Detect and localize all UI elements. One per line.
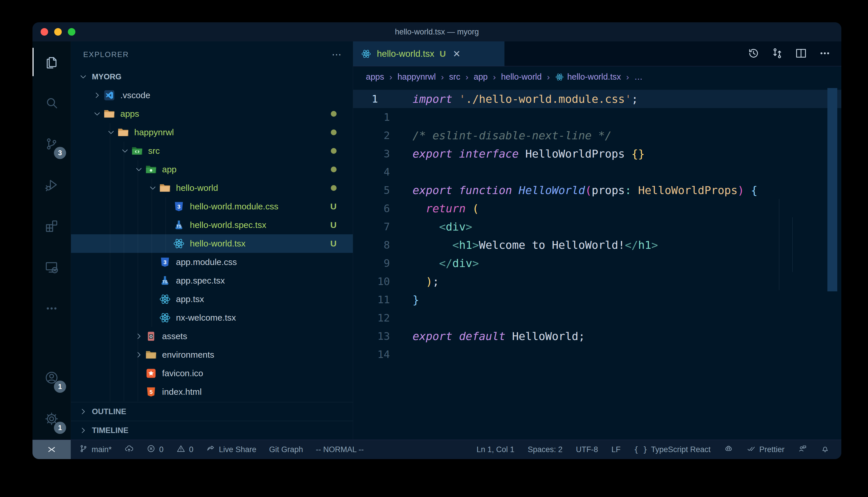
tree-item-apps[interactable]: apps <box>71 104 353 123</box>
more-actions-button[interactable] <box>818 47 831 61</box>
code-line[interactable]: 9 </div> <box>353 254 841 272</box>
workspace-section-header[interactable]: MYORG <box>71 68 353 86</box>
workspace-name: MYORG <box>92 72 122 81</box>
tree-item-favicon.ico[interactable]: favicon.ico <box>71 364 353 383</box>
chevron-spacer <box>147 256 159 268</box>
file-tree: .vscodeappshappynrwlsrcapphello-world3he… <box>71 86 353 402</box>
sidebar-more-actions[interactable]: ⋯ <box>332 49 342 60</box>
tree-item-app.module.css[interactable]: 3app.module.css <box>71 253 353 271</box>
tree-item-nx-welcome.tsx[interactable]: nx-welcome.tsx <box>71 309 353 327</box>
editor-scrollbar[interactable] <box>827 88 837 292</box>
breadcrumb-label: apps <box>366 72 384 82</box>
tab-hello-world-tsx[interactable]: hello-world.tsx U ✕ <box>353 41 505 66</box>
error-icon <box>147 444 156 455</box>
tree-item-src[interactable]: src <box>71 142 353 160</box>
chevron-right-icon[interactable] <box>91 89 103 101</box>
file-label: favicon.ico <box>162 368 203 378</box>
chevron-down-icon[interactable] <box>147 182 159 194</box>
chevron-down-icon[interactable] <box>133 164 145 175</box>
chevron-down-icon[interactable] <box>119 145 131 157</box>
tree-item-happynrwl[interactable]: happynrwl <box>71 123 353 142</box>
activity-explorer[interactable] <box>32 41 71 83</box>
split-editor-button[interactable] <box>794 47 808 61</box>
breadcrumb-hello-world[interactable]: hello-world <box>501 72 541 82</box>
code-line[interactable]: 5export function HelloWorld(props: Hello… <box>353 181 841 199</box>
code-line[interactable]: 14 <box>353 345 841 364</box>
status-sync-changes[interactable] <box>124 444 134 455</box>
close-tab-icon[interactable]: ✕ <box>453 48 461 59</box>
tree-item-.vscode[interactable]: .vscode <box>71 86 353 104</box>
chevron-right-icon[interactable] <box>133 330 145 342</box>
file-label: app.spec.tsx <box>176 276 225 286</box>
timeline-history-button[interactable] <box>747 47 760 61</box>
editor-group: hello-world.tsx U ✕ apps›happynrwl›src›a… <box>353 41 841 440</box>
code-editor[interactable]: 1import './hello-world.module.css';12/* … <box>353 87 841 440</box>
status-copilot[interactable] <box>724 444 733 455</box>
tree-item-app[interactable]: app <box>71 160 353 179</box>
breadcrumb-hello-world.tsx[interactable]: hello-world.tsx <box>555 72 621 82</box>
status-prettier[interactable]: Prettier <box>746 444 785 455</box>
tree-item-index.html[interactable]: 5index.html <box>71 383 353 401</box>
code-line[interactable]: 11} <box>353 290 841 309</box>
code-line[interactable]: 8 <h1>Welcome to HelloWorld!</h1> <box>353 236 841 254</box>
tree-item-environments[interactable]: environments <box>71 345 353 364</box>
status-git-graph[interactable]: Git Graph <box>269 445 303 454</box>
chevron-right-icon[interactable] <box>133 349 145 360</box>
tree-item-hello-world.module.css[interactable]: 3hello-world.module.cssU <box>71 197 353 216</box>
status-git-branch[interactable]: main* <box>79 444 112 455</box>
code-line[interactable]: 3export interface HelloWorldProps {} <box>353 144 841 163</box>
breadcrumb-src[interactable]: src <box>449 72 460 82</box>
code-line[interactable]: 1import './hello-world.module.css'; <box>353 90 841 108</box>
activity-more-views[interactable] <box>32 288 71 329</box>
remote-icon <box>44 260 59 276</box>
status-encoding[interactable]: UTF-8 <box>576 445 598 454</box>
status-language-mode[interactable]: { }TypeScript React <box>634 445 711 454</box>
code-line[interactable]: 4 <box>353 163 841 181</box>
tree-item-hello-world.spec.tsx[interactable]: TShello-world.spec.tsxU <box>71 216 353 234</box>
html5-icon: 5 <box>145 385 157 398</box>
breadcrumb-happynrwl[interactable]: happynrwl <box>398 72 436 82</box>
outline-section-header[interactable]: OUTLINE <box>71 402 353 421</box>
status-warnings[interactable]: 0 <box>176 444 193 455</box>
status-indentation[interactable]: Spaces: 2 <box>528 445 562 454</box>
code-line[interactable]: 7 <div> <box>353 217 841 236</box>
explorer-sidebar: EXPLORER ⋯ MYORG .vscodeappshappynrwlsrc… <box>71 41 353 440</box>
status-live-share[interactable]: Live Share <box>206 444 256 455</box>
breadcrumb-separator: › <box>547 72 550 82</box>
status-cursor-position[interactable]: Ln 1, Col 1 <box>477 445 514 454</box>
status-feedback[interactable] <box>798 444 807 455</box>
activity-settings[interactable]: 1 <box>32 399 71 440</box>
code-line[interactable]: 6 return ( <box>353 199 841 217</box>
code-line[interactable]: 12 <box>353 309 841 327</box>
chevron-down-icon[interactable] <box>91 108 103 119</box>
breadcrumb-separator: › <box>389 72 392 82</box>
folder-tan-icon <box>145 349 157 361</box>
timeline-section-header[interactable]: TIMELINE <box>71 421 353 440</box>
tree-item-app.spec.tsx[interactable]: TSapp.spec.tsx <box>71 271 353 290</box>
tree-item-assets[interactable]: assets <box>71 327 353 345</box>
activity-search[interactable] <box>32 83 71 124</box>
code-line[interactable]: 13export default HelloWorld; <box>353 327 841 345</box>
tree-item-app.tsx[interactable]: app.tsx <box>71 290 353 309</box>
remote-indicator[interactable] <box>32 440 71 459</box>
tree-item-hello-world.tsx[interactable]: hello-world.tsxU <box>71 234 353 253</box>
status-vim-mode[interactable]: -- NORMAL -- <box>316 445 363 454</box>
status-notifications[interactable] <box>821 444 830 455</box>
code-line[interactable]: 1 <box>353 108 841 126</box>
status-label: LF <box>611 445 621 454</box>
chevron-down-icon[interactable] <box>105 127 117 138</box>
tree-item-hello-world[interactable]: hello-world <box>71 179 353 197</box>
open-changes-button[interactable] <box>771 47 784 61</box>
status-eol[interactable]: LF <box>611 445 621 454</box>
breadcrumb-apps[interactable]: apps <box>366 72 384 82</box>
breadcrumb-…[interactable]: … <box>634 72 643 82</box>
activity-run-debug[interactable] <box>32 165 71 206</box>
code-line[interactable]: 2/* eslint-disable-next-line */ <box>353 126 841 144</box>
status-errors[interactable]: 0 <box>147 444 164 455</box>
activity-source-control[interactable]: 3 <box>32 124 71 165</box>
code-line[interactable]: 10 ); <box>353 272 841 290</box>
activity-accounts[interactable]: 1 <box>32 357 71 399</box>
activity-remote-explorer[interactable] <box>32 247 71 288</box>
activity-extensions[interactable] <box>32 206 71 247</box>
breadcrumb-app[interactable]: app <box>474 72 488 82</box>
